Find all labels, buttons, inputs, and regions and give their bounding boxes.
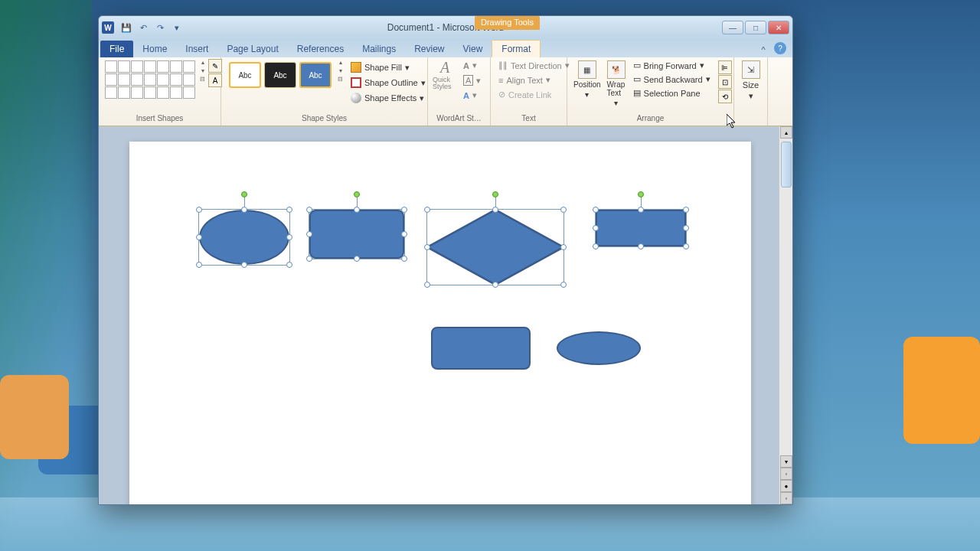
- selection-ellipse-1[interactable]: [198, 209, 290, 266]
- tab-home[interactable]: Home: [133, 41, 176, 57]
- wrap-text-button[interactable]: 🐕 Wrap Text▾: [606, 59, 627, 109]
- group-size: ⇲ Size▾: [734, 57, 768, 126]
- align-button[interactable]: ⊫: [718, 60, 732, 74]
- shape-outline-button[interactable]: Shape Outline ▾: [348, 76, 429, 90]
- shape-ellipse-2[interactable]: [557, 331, 641, 365]
- group-insert-shapes: ▴▾⊟ ✎ A Insert Shapes: [99, 57, 221, 126]
- shapes-gallery-more[interactable]: ▴▾⊟: [200, 59, 205, 83]
- tab-page-layout[interactable]: Page Layout: [217, 41, 287, 57]
- redo-button[interactable]: ↷: [152, 20, 168, 35]
- group-text: ∥∥ Text Direction ▾ ≡ Align Text ▾ ⊘ Cre…: [491, 57, 567, 126]
- align-text-button[interactable]: ≡ Align Text ▾: [495, 73, 573, 86]
- group-wordart-styles: A Quick Styles A ▾ A ▾ A ▾ WordArt St…: [428, 57, 491, 126]
- quick-styles-button[interactable]: A Quick Styles: [433, 59, 457, 90]
- contextual-tab-label: Drawing Tools: [475, 16, 540, 30]
- shape-effects-button[interactable]: Shape Effects ▾: [348, 91, 429, 105]
- position-button[interactable]: ▦ Position▾: [572, 59, 603, 100]
- tab-review[interactable]: Review: [405, 41, 453, 57]
- tab-file[interactable]: File: [100, 41, 133, 57]
- prev-page-button[interactable]: ◦: [780, 468, 792, 480]
- size-button[interactable]: ⇲ Size▾: [739, 59, 763, 103]
- group-label-wordart: WordArt St…: [433, 112, 485, 124]
- document-area: ▴ ▾ ◦ ● ◦: [99, 126, 792, 504]
- edit-shape-button[interactable]: ✎: [208, 59, 222, 73]
- style-swatch-dark[interactable]: Abc: [264, 62, 296, 88]
- position-icon: ▦: [578, 60, 596, 79]
- qat-more-button[interactable]: ▾: [169, 20, 185, 35]
- style-swatch-blue[interactable]: Abc: [299, 62, 332, 88]
- titlebar: W 💾 ↶ ↷ ▾ Document1 - Microsoft Word Dra…: [99, 16, 792, 39]
- shape-rounded-rect-2[interactable]: [431, 327, 531, 370]
- shape-rect[interactable]: [596, 210, 686, 246]
- shapes-gallery[interactable]: [103, 59, 197, 100]
- selection-rect-2[interactable]: [595, 209, 687, 247]
- ribbon-tabs: File Home Insert Page Layout References …: [99, 39, 792, 57]
- selection-pane-button[interactable]: ▤ Selection Pane: [630, 86, 714, 99]
- group-button[interactable]: ⊡: [718, 75, 732, 89]
- text-direction-button[interactable]: ∥∥ Text Direction ▾: [495, 59, 573, 72]
- group-label-insert-shapes: Insert Shapes: [103, 112, 216, 124]
- shape-ellipse[interactable]: [199, 210, 289, 265]
- tab-mailings[interactable]: Mailings: [353, 41, 405, 57]
- tab-references[interactable]: References: [288, 41, 353, 57]
- collapse-ribbon-button[interactable]: ^: [756, 42, 771, 57]
- group-arrange: ▦ Position▾ 🐕 Wrap Text▾ ▭ Bring Forward…: [567, 57, 734, 126]
- text-fill-button[interactable]: A ▾: [460, 59, 484, 72]
- minimize-button[interactable]: —: [722, 21, 743, 34]
- selection-diamond[interactable]: [426, 209, 564, 285]
- shape-diamond[interactable]: [427, 210, 564, 285]
- bring-forward-button[interactable]: ▭ Bring Forward ▾: [630, 59, 714, 72]
- group-label-shape-styles: Shape Styles: [226, 112, 423, 124]
- tab-view[interactable]: View: [454, 41, 492, 57]
- ribbon: ▴▾⊟ ✎ A Insert Shapes Abc Abc Abc ▴▾⊟: [99, 57, 792, 126]
- save-button[interactable]: 💾: [119, 20, 134, 35]
- text-box-button[interactable]: A: [208, 73, 222, 87]
- fill-icon: [351, 62, 361, 73]
- scroll-up-button[interactable]: ▴: [780, 126, 792, 139]
- tab-insert[interactable]: Insert: [176, 41, 217, 57]
- shape-rounded-rect[interactable]: [309, 210, 404, 259]
- text-outline-button[interactable]: A ▾: [460, 73, 484, 87]
- scroll-thumb[interactable]: [781, 142, 792, 187]
- word-app-icon: W: [102, 21, 114, 34]
- tab-format[interactable]: Format: [492, 40, 541, 57]
- next-page-button[interactable]: ◦: [780, 492, 792, 504]
- page[interactable]: [129, 142, 751, 504]
- vertical-scrollbar[interactable]: ▴ ▾ ◦ ● ◦: [779, 126, 792, 504]
- scroll-down-button[interactable]: ▾: [780, 455, 792, 468]
- maximize-button[interactable]: □: [745, 21, 766, 34]
- selection-rect-1[interactable]: [309, 209, 405, 259]
- create-link-button[interactable]: ⊘ Create Link: [495, 88, 573, 101]
- shape-fill-button[interactable]: Shape Fill ▾: [348, 60, 429, 74]
- help-button[interactable]: ?: [774, 42, 786, 54]
- svg-marker-0: [427, 210, 564, 285]
- app-window: W 💾 ↶ ↷ ▾ Document1 - Microsoft Word Dra…: [98, 15, 793, 505]
- rotate-button[interactable]: ⟲: [718, 90, 732, 103]
- shape-style-gallery[interactable]: Abc Abc Abc: [226, 59, 335, 91]
- group-label-text: Text: [495, 112, 562, 124]
- group-label-size: [739, 121, 763, 124]
- quick-access-toolbar: 💾 ↶ ↷ ▾: [119, 20, 185, 35]
- wrap-text-icon: 🐕: [607, 60, 626, 79]
- group-label-arrange: Arrange: [572, 112, 729, 124]
- size-icon: ⇲: [742, 60, 760, 79]
- window-controls: — □ ✕: [722, 21, 789, 34]
- group-shape-styles: Abc Abc Abc ▴▾⊟ Shape Fill ▾ Shape Outli…: [221, 57, 428, 126]
- effects-icon: [351, 93, 361, 103]
- text-effects-button[interactable]: A ▾: [460, 89, 484, 102]
- style-swatch-light[interactable]: Abc: [229, 62, 261, 88]
- close-button[interactable]: ✕: [768, 21, 789, 34]
- style-gallery-more[interactable]: ▴▾⊟: [338, 59, 343, 83]
- browse-object-button[interactable]: ●: [780, 480, 792, 492]
- outline-icon: [351, 77, 361, 88]
- wordart-icon: A: [440, 59, 449, 77]
- undo-button[interactable]: ↶: [136, 20, 151, 35]
- send-backward-button[interactable]: ▭ Send Backward ▾: [630, 73, 714, 86]
